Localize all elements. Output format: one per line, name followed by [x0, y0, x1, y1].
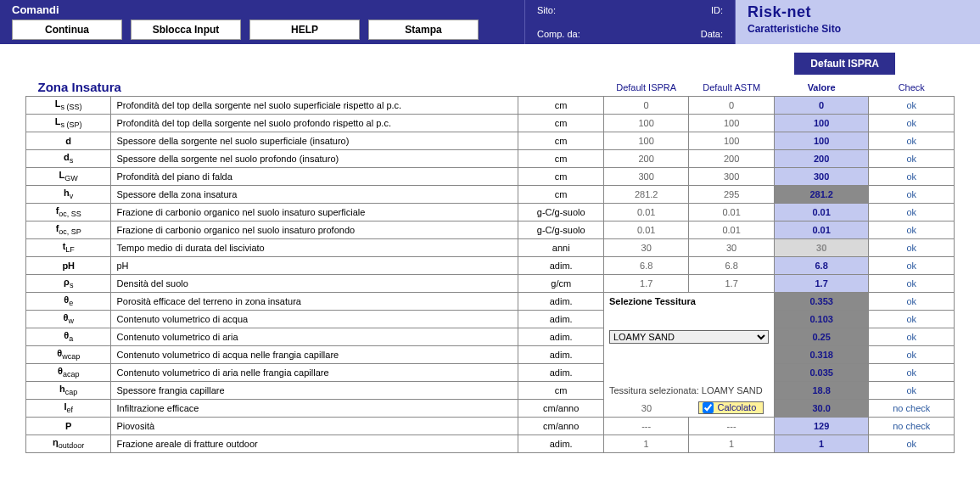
- param-symbol: hcap: [26, 382, 111, 400]
- param-value[interactable]: 281.2: [774, 186, 869, 204]
- param-symbol: ηoutdoor: [26, 435, 111, 453]
- param-description: Contenuto volumetrico di acqua: [111, 311, 518, 328]
- param-default-astm: [689, 346, 774, 364]
- param-symbol: foc, SS: [26, 204, 111, 221]
- comp-label: Comp. da:: [537, 29, 580, 39]
- param-value[interactable]: 30: [774, 239, 869, 257]
- brand-title: Risk-net: [748, 3, 968, 21]
- param-default-ispra: 0.01: [603, 221, 688, 239]
- brand-panel: Risk-net Caratteristiche Sito: [736, 0, 980, 44]
- param-unit: adim.: [518, 435, 603, 453]
- param-value[interactable]: 30.0: [774, 400, 869, 418]
- param-default-astm: 300: [689, 168, 774, 186]
- calcolato-toggle[interactable]: Calcolato: [698, 401, 764, 414]
- param-unit: adim.: [518, 328, 603, 346]
- table-row: pHpHadim.6.86.86.8ok: [26, 257, 955, 275]
- param-value[interactable]: 6.8: [774, 257, 869, 275]
- param-symbol: foc, SP: [26, 221, 111, 239]
- param-value[interactable]: 129: [774, 418, 869, 435]
- calcolato-label: Calcolato: [717, 402, 756, 412]
- param-description: Profondità del top della sorgente nel su…: [111, 97, 518, 115]
- param-description: Tempo medio di durata del lisciviato: [111, 239, 518, 257]
- param-value[interactable]: 0.353: [774, 293, 869, 311]
- param-value[interactable]: 1.7: [774, 275, 869, 293]
- param-value[interactable]: 100: [774, 115, 869, 132]
- param-check: ok: [869, 435, 955, 453]
- param-check: ok: [869, 221, 955, 239]
- param-default-ispra: 0: [603, 97, 688, 115]
- calcolato-checkbox[interactable]: [703, 402, 714, 413]
- param-symbol: hv: [26, 186, 111, 204]
- table-row: PPiovositàcm/anno------129no check: [26, 418, 955, 435]
- top-header: Comandi Continua Sblocca Input HELP Stam…: [0, 0, 980, 44]
- continua-button[interactable]: Continua: [12, 20, 122, 40]
- param-description: Contenuto volumetrico di acqua nelle fra…: [111, 346, 518, 364]
- table-row: θePorosità efficace del terreno in zona …: [26, 293, 955, 311]
- param-check: no check: [869, 418, 955, 435]
- section-title: Zona Insatura: [38, 80, 121, 94]
- param-description: Porosità efficace del terreno in zona in…: [111, 293, 518, 311]
- param-symbol: Ief: [26, 400, 111, 418]
- param-default-astm: 295: [689, 186, 774, 204]
- page-subtitle: Caratteristiche Sito: [748, 23, 968, 35]
- param-value[interactable]: 0.01: [774, 204, 869, 221]
- param-value[interactable]: 0.25: [774, 328, 869, 346]
- param-description: Infiltrazione efficace: [111, 400, 518, 418]
- param-default-ispra: 1: [603, 435, 688, 453]
- param-value[interactable]: 0.318: [774, 346, 869, 364]
- param-symbol: θwcap: [26, 346, 111, 364]
- table-row: foc, SPFrazione di carbonio organico nel…: [26, 221, 955, 239]
- param-description: Frazione di carbonio organico nel suolo …: [111, 221, 518, 239]
- param-check: ok: [869, 311, 955, 328]
- param-default-astm: ---: [689, 418, 774, 435]
- param-check: ok: [869, 186, 955, 204]
- param-value[interactable]: 0.01: [774, 221, 869, 239]
- tessitura-note: Tessitura selezionata: LOAMY SAND: [603, 382, 774, 400]
- param-check: ok: [869, 168, 955, 186]
- table-row: ρsDensità del suolog/cm1.71.71.7ok: [26, 275, 955, 293]
- param-value[interactable]: 100: [774, 132, 869, 150]
- param-check: ok: [869, 328, 955, 346]
- help-button[interactable]: HELP: [249, 20, 360, 40]
- tessitura-select[interactable]: LOAMY SAND: [609, 330, 769, 344]
- default-ispra-button[interactable]: Default ISPRA: [794, 53, 895, 75]
- param-description: Spessore della sorgente nel suolo profon…: [111, 150, 518, 168]
- table-row: θacapContenuto volumetrico di aria nelle…: [26, 364, 955, 382]
- param-unit: adim.: [518, 293, 603, 311]
- table-row: tLFTempo medio di durata del lisciviatoa…: [26, 239, 955, 257]
- param-check: ok: [869, 115, 955, 132]
- param-default-astm: 0.01: [689, 204, 774, 221]
- meta-panel: Sito: ID: Comp. da: Data:: [524, 0, 736, 44]
- param-value[interactable]: 1: [774, 435, 869, 453]
- param-value[interactable]: 0.035: [774, 364, 869, 382]
- col-check: Check: [869, 78, 955, 97]
- param-unit: adim.: [518, 364, 603, 382]
- param-unit: adim.: [518, 311, 603, 328]
- param-default-astm: 1.7: [689, 275, 774, 293]
- table-row: Ls (SS)Profondità del top della sorgente…: [26, 97, 955, 115]
- param-symbol: ρs: [26, 275, 111, 293]
- stampa-button[interactable]: Stampa: [368, 20, 479, 40]
- tessitura-select-cell: LOAMY SAND: [603, 328, 774, 346]
- sblocca-input-button[interactable]: Sblocca Input: [131, 20, 241, 40]
- param-value[interactable]: 300: [774, 168, 869, 186]
- param-symbol: θa: [26, 328, 111, 346]
- table-row: dSpessore della sorgente nel suolo super…: [26, 132, 955, 150]
- param-unit: cm: [518, 168, 603, 186]
- param-description: Spessore della sorgente nel suolo superf…: [111, 132, 518, 150]
- param-default-astm: 100: [689, 132, 774, 150]
- param-unit: cm/anno: [518, 418, 603, 435]
- param-value[interactable]: 200: [774, 150, 869, 168]
- param-default-ispra: 6.8: [603, 257, 688, 275]
- param-value[interactable]: 0: [774, 97, 869, 115]
- param-default-astm: 200: [689, 150, 774, 168]
- param-symbol: Ls (SS): [26, 97, 111, 115]
- param-description: Spessore frangia capillare: [111, 382, 518, 400]
- param-default-ispra: 0.01: [603, 204, 688, 221]
- param-value[interactable]: 0.103: [774, 311, 869, 328]
- param-description: Contenuto volumetrico di aria nelle fran…: [111, 364, 518, 382]
- param-default-ispra: [603, 364, 688, 382]
- param-value[interactable]: 18.8: [774, 382, 869, 400]
- param-unit: cm: [518, 150, 603, 168]
- param-check: ok: [869, 257, 955, 275]
